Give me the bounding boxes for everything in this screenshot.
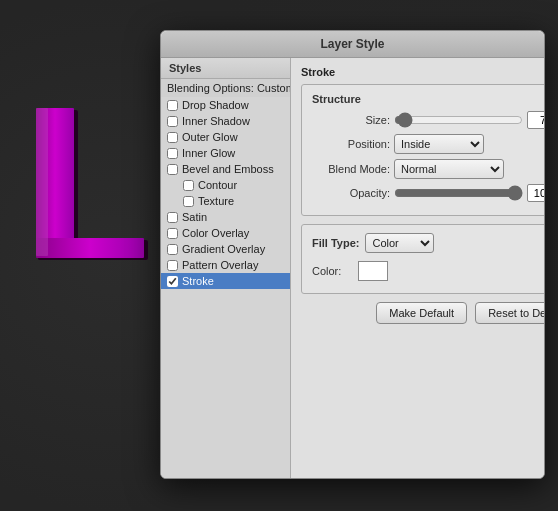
inner-shadow-checkbox[interactable] [167,116,178,127]
contour-checkbox[interactable] [183,180,194,191]
right-panel: Stroke Structure Size: px Position: [291,58,545,478]
position-select-wrapper: Inside Outside Center [394,134,484,154]
color-overlay-checkbox[interactable] [167,228,178,239]
fill-type-row: Fill Type: Color Gradient Pattern [312,233,545,253]
styles-list: Blending Options: Custom Drop Shadow Inn… [161,79,290,478]
inner-glow-checkbox[interactable] [167,148,178,159]
blend-mode-select-wrapper: Normal Dissolve Multiply Screen [394,159,504,179]
blending-options-label: Blending Options: Custom [167,82,290,94]
color-overlay-item[interactable]: Color Overlay [161,225,290,241]
stroke-label: Stroke [182,275,214,287]
stroke-checkbox[interactable] [167,276,178,287]
pattern-overlay-item[interactable]: Pattern Overlay [161,257,290,273]
color-label: Color: [312,265,352,277]
color-swatch[interactable] [358,261,388,281]
contour-label: Contour [198,179,237,191]
texture-label: Texture [198,195,234,207]
color-row: Color: [312,261,545,281]
blending-options-item[interactable]: Blending Options: Custom [161,79,290,97]
position-select[interactable]: Inside Outside Center [394,134,484,154]
layer-style-dialog: Layer Style Styles Blending Options: Cus… [160,30,545,479]
gradient-overlay-item[interactable]: Gradient Overlay [161,241,290,257]
svg-rect-3 [36,238,144,258]
styles-header: Styles [161,58,290,79]
fill-type-label: Fill Type: [312,237,359,249]
satin-label: Satin [182,211,207,223]
svg-rect-4 [36,108,48,256]
size-slider[interactable] [394,113,523,127]
drop-shadow-item[interactable]: Drop Shadow [161,97,290,113]
gradient-overlay-label: Gradient Overlay [182,243,265,255]
opacity-slider[interactable] [394,186,523,200]
reset-default-button[interactable]: Reset to Default [475,302,545,324]
drop-shadow-label: Drop Shadow [182,99,249,111]
inner-glow-item[interactable]: Inner Glow [161,145,290,161]
inner-glow-label: Inner Glow [182,147,235,159]
stroke-item[interactable]: Stroke [161,273,290,289]
letter-l-graphic [28,100,158,290]
bevel-emboss-label: Bevel and Emboss [182,163,274,175]
inner-shadow-label: Inner Shadow [182,115,250,127]
size-input[interactable] [527,111,545,129]
dialog-title: Layer Style [161,31,544,58]
opacity-slider-container: % [394,184,545,202]
pattern-overlay-checkbox[interactable] [167,260,178,271]
opacity-label: Opacity: [312,187,390,199]
outer-glow-checkbox[interactable] [167,132,178,143]
blend-mode-select[interactable]: Normal Dissolve Multiply Screen [394,159,504,179]
structure-box: Structure Size: px Position: Inside [301,84,545,216]
opacity-input[interactable] [527,184,545,202]
inner-shadow-item[interactable]: Inner Shadow [161,113,290,129]
opacity-row: Opacity: % [312,184,545,202]
position-label: Position: [312,138,390,150]
bevel-emboss-checkbox[interactable] [167,164,178,175]
styles-panel: Styles Blending Options: Custom Drop Sha… [161,58,291,478]
size-slider-container: px [394,111,545,129]
bevel-emboss-item[interactable]: Bevel and Emboss [161,161,290,177]
stroke-section-label: Stroke [301,66,545,78]
contour-item[interactable]: Contour [161,177,290,193]
gradient-overlay-checkbox[interactable] [167,244,178,255]
structure-label: Structure [312,93,545,105]
make-default-button[interactable]: Make Default [376,302,467,324]
dialog-footer: Make Default Reset to Default [301,302,545,332]
fill-type-select[interactable]: Color Gradient Pattern [365,233,434,253]
outer-glow-label: Outer Glow [182,131,238,143]
drop-shadow-checkbox[interactable] [167,100,178,111]
blend-mode-label: Blend Mode: [312,163,390,175]
outer-glow-item[interactable]: Outer Glow [161,129,290,145]
blend-mode-row: Blend Mode: Normal Dissolve Multiply Scr… [312,159,545,179]
size-label: Size: [312,114,390,126]
color-overlay-label: Color Overlay [182,227,249,239]
texture-item[interactable]: Texture [161,193,290,209]
pattern-overlay-label: Pattern Overlay [182,259,258,271]
size-row: Size: px [312,111,545,129]
satin-item[interactable]: Satin [161,209,290,225]
texture-checkbox[interactable] [183,196,194,207]
fill-type-box: Fill Type: Color Gradient Pattern Color: [301,224,545,294]
satin-checkbox[interactable] [167,212,178,223]
position-row: Position: Inside Outside Center [312,134,545,154]
